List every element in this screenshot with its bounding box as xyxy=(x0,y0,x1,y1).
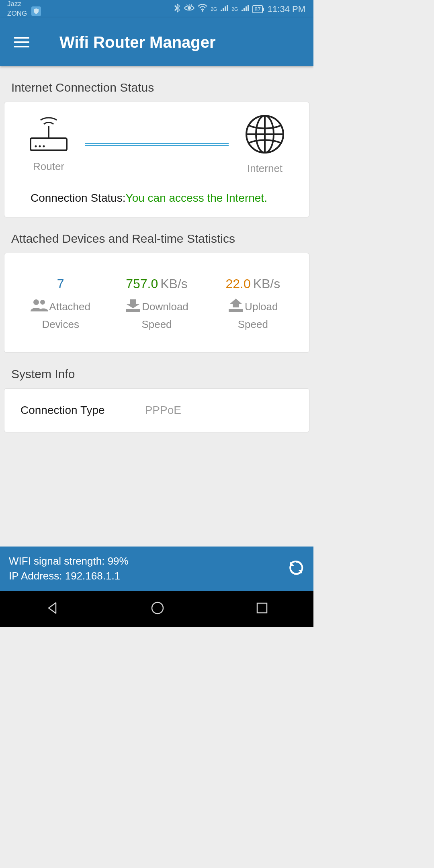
clock: 11:34 PM xyxy=(268,4,305,14)
svg-point-1 xyxy=(202,10,203,12)
svg-point-4 xyxy=(35,145,37,147)
globe-icon xyxy=(245,114,285,156)
svg-point-6 xyxy=(43,145,45,147)
connection-type-value: PPPoE xyxy=(117,404,293,417)
battery-icon: 87 xyxy=(252,5,263,13)
attached-devices-value: 7 xyxy=(57,276,64,291)
connection-status-value: You can access the Internet. xyxy=(126,190,267,207)
svg-point-0 xyxy=(188,6,191,10)
section-title-stats: Attached Devices and Real-time Statistic… xyxy=(4,217,309,253)
upload-speed-stat[interactable]: 22.0 KB/s Upload Speed xyxy=(205,276,301,331)
download-speed-stat[interactable]: 757.0 KB/s Download Speed xyxy=(108,276,205,331)
svg-point-12 xyxy=(40,300,45,305)
section-title-system: System Info xyxy=(4,353,309,388)
footer-bar: WIFI signal strength: 99% IP Address: 19… xyxy=(0,547,313,591)
network-badge-2: 2G xyxy=(231,6,238,12)
svg-rect-3 xyxy=(31,138,67,150)
svg-rect-14 xyxy=(229,309,243,312)
download-icon xyxy=(125,299,141,315)
bluetooth-icon xyxy=(174,4,181,14)
router-icon xyxy=(29,116,69,154)
eye-icon xyxy=(184,4,194,14)
network-badge-1: 2G xyxy=(211,6,217,12)
signal-icon-1 xyxy=(220,4,228,14)
nav-home-button[interactable] xyxy=(150,601,165,617)
wifi-strength-text: WIFI signal strength: 99% xyxy=(9,555,129,567)
main-content: Internet Connection Status Router xyxy=(0,66,313,547)
users-icon xyxy=(31,299,48,315)
connection-status-card: Router Internet Connection Sta xyxy=(4,102,309,217)
download-speed-value: 757.0 xyxy=(126,276,158,291)
shield-icon xyxy=(31,6,41,16)
connection-type-row: Connection Type PPPoE xyxy=(8,396,305,425)
nav-back-button[interactable] xyxy=(45,601,59,616)
navigation-bar xyxy=(0,591,313,627)
stats-card: 7 Attached Devices 757.0 KB/s Download xyxy=(4,253,309,353)
signal-icon-2 xyxy=(241,4,249,14)
section-title-connection: Internet Connection Status xyxy=(4,66,309,102)
ip-address-text: IP Address: 192.168.1.1 xyxy=(9,570,129,582)
attached-devices-stat[interactable]: 7 Attached Devices xyxy=(12,276,108,331)
app-title: Wifi Router Manager xyxy=(59,33,216,51)
refresh-button[interactable] xyxy=(288,559,305,578)
svg-point-11 xyxy=(33,299,39,305)
svg-point-15 xyxy=(152,602,163,614)
connection-type-label: Connection Type xyxy=(20,404,105,417)
status-bar: Jazz ZONG 2G 2G 87 11:34 PM xyxy=(0,0,313,18)
menu-button[interactable] xyxy=(14,37,29,47)
upload-icon xyxy=(228,299,244,315)
wifi-icon xyxy=(198,4,207,14)
nav-recent-button[interactable] xyxy=(256,602,268,616)
svg-rect-16 xyxy=(257,603,267,613)
upload-speed-value: 22.0 xyxy=(225,276,250,291)
internet-label: Internet xyxy=(247,162,283,175)
router-label: Router xyxy=(33,160,64,173)
connection-line xyxy=(85,143,229,146)
svg-rect-13 xyxy=(126,309,140,312)
connection-status-label: Connection Status: xyxy=(31,190,126,207)
app-bar: Wifi Router Manager xyxy=(0,18,313,66)
system-info-card: Connection Type PPPoE xyxy=(4,388,309,432)
carrier-2: ZONG xyxy=(7,10,27,17)
svg-point-5 xyxy=(39,145,41,147)
